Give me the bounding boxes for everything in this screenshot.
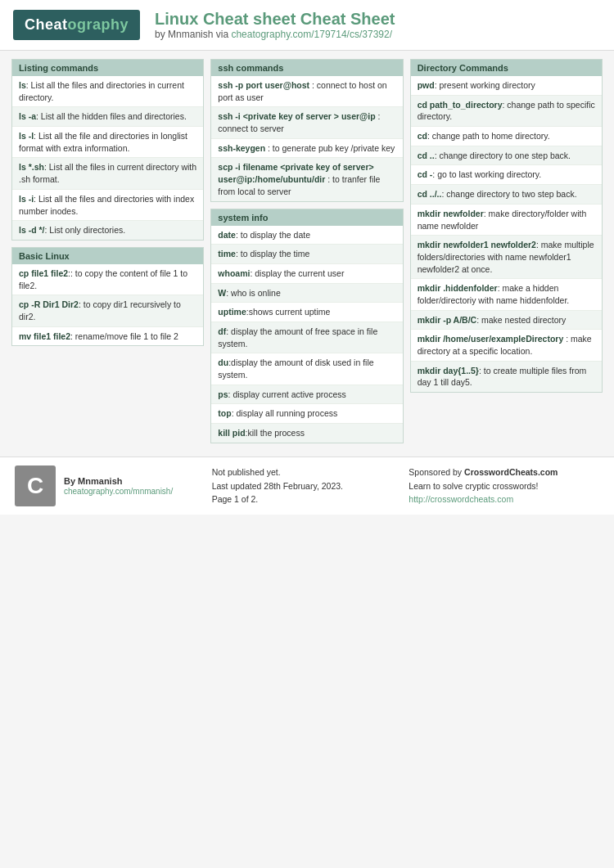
last-updated: Last updated 28th February, 2023. bbox=[212, 479, 403, 493]
list-item: whoami: display the current user bbox=[211, 264, 402, 284]
cmd-bold: time bbox=[218, 249, 236, 259]
cmd-bold: kill pid bbox=[218, 428, 245, 438]
list-item: cd -: go to last working directory. bbox=[411, 165, 602, 185]
list-item: cp file1 file2:: to copy the content of … bbox=[12, 264, 203, 295]
cmd-bold: mkdir newfolder bbox=[418, 209, 484, 218]
list-item: cd ..: change directory to one step back… bbox=[411, 146, 602, 166]
list-item: cd path_to_directory: change path to spe… bbox=[411, 96, 602, 127]
avatar-letter: C bbox=[27, 473, 43, 499]
cmd-bold: du bbox=[218, 358, 228, 367]
cmd-bold: W bbox=[218, 288, 226, 298]
author-info: By Mnmanish cheatography.com/mnmanish/ bbox=[64, 476, 173, 496]
list-item: ls -i: List all the files and directorie… bbox=[12, 190, 203, 221]
section-sysinfo-header: system info bbox=[211, 209, 402, 226]
footer-meta: Not published yet. Last updated 28th Feb… bbox=[209, 465, 406, 506]
sponsor-url: http://crosswordcheats.com bbox=[409, 492, 599, 506]
list-item: mkdir day{1..5}: to create multiple file… bbox=[411, 362, 602, 392]
subtitle-link[interactable]: cheatography.com/179714/cs/37392/ bbox=[231, 29, 392, 40]
list-item: top: display all running process bbox=[211, 404, 402, 424]
avatar: C bbox=[15, 465, 56, 506]
cmd-bold: ls -l bbox=[19, 131, 34, 141]
cmd-bold: top bbox=[218, 408, 231, 418]
list-item: date: to display the date bbox=[211, 226, 402, 245]
list-item: df: display the amount of free space in … bbox=[211, 322, 402, 353]
list-item: du:display the amount of disk used in fi… bbox=[211, 353, 402, 385]
page-title: Linux Cheat sheet Cheat Sheet bbox=[155, 10, 395, 29]
cmd-bold: uptime bbox=[218, 307, 246, 317]
list-item: mkdir newfolder1 newfolder2: make multip… bbox=[411, 236, 602, 279]
cmd-bold: mkdir .hiddenfolder bbox=[418, 283, 498, 293]
section-directory-header: Directory Commands bbox=[411, 60, 602, 76]
cmd-bold: cd .. bbox=[418, 151, 435, 160]
cmd-bold: mkdir day{1..5} bbox=[418, 366, 479, 376]
column-2: ssh commands ssh -p port user@host : con… bbox=[207, 59, 406, 450]
footer-sponsor: Sponsored by CrosswordCheats.com Learn t… bbox=[405, 465, 603, 506]
list-item: cd ../..: change directory to two step b… bbox=[411, 185, 602, 205]
cmd-bold: cp -R Dir1 Dir2 bbox=[19, 299, 79, 309]
author-name: By Mnmanish bbox=[64, 476, 173, 486]
list-item: W: who is online bbox=[211, 284, 402, 304]
header: Cheatography Linux Cheat sheet Cheat She… bbox=[0, 0, 614, 51]
column-3: Directory Commands pwd: present working … bbox=[407, 59, 606, 450]
logo: Cheatography bbox=[13, 10, 140, 40]
author-link[interactable]: cheatography.com/mnmanish/ bbox=[64, 487, 173, 496]
list-item: ssh-keygen : to generate pub key /privat… bbox=[211, 139, 402, 159]
cmd-bold: df bbox=[218, 326, 226, 336]
cmd-bold: cd - bbox=[418, 169, 433, 179]
cmd-bold: ls -d */ bbox=[19, 225, 45, 235]
list-item: mkdir newfolder: make directory/folder w… bbox=[411, 205, 602, 236]
list-item: mkdir -p A/B/C: make nested directory bbox=[411, 311, 602, 331]
cmd-bold: ssh -i <private key of server > user@ip bbox=[218, 111, 375, 121]
list-item: ls -d */: List only directories. bbox=[12, 221, 203, 240]
sponsor-pre: Sponsored by bbox=[409, 467, 464, 477]
section-listing-header: Listing commands bbox=[12, 60, 203, 76]
section-directory: Directory Commands pwd: present working … bbox=[410, 59, 603, 393]
cmd-bold: ssh -p port user@host bbox=[218, 80, 309, 90]
list-item: pwd: present working directory bbox=[411, 76, 602, 96]
page-number: Page 1 of 2. bbox=[212, 492, 403, 506]
cmd-bold: cd path_to_directory bbox=[418, 100, 503, 110]
list-item: cd: change path to home directory. bbox=[411, 127, 602, 146]
cmd-bold: cp file1 file2 bbox=[19, 268, 68, 278]
cmd-bold: cd ../.. bbox=[418, 189, 442, 199]
list-item: ssh -p port user@host : connect to host … bbox=[211, 76, 402, 107]
list-item: ls: List all the files and directories i… bbox=[12, 76, 203, 107]
list-item: cp -R Dir1 Dir2: to copy dir1 recursivel… bbox=[12, 295, 203, 326]
list-item: kill pid:kill the process bbox=[211, 424, 402, 443]
sponsor-line: Sponsored by CrosswordCheats.com bbox=[409, 465, 599, 479]
footer: C By Mnmanish cheatography.com/mnmanish/… bbox=[0, 456, 614, 515]
cmd-bold: ls -a bbox=[19, 111, 36, 121]
cmd-bold: ps bbox=[218, 389, 228, 399]
section-basic-header: Basic Linux bbox=[12, 248, 203, 264]
sponsor-link[interactable]: http://crosswordcheats.com bbox=[409, 494, 513, 504]
subtitle-pre: by Mnmanish via bbox=[155, 29, 231, 40]
section-ssh: ssh commands ssh -p port user@host : con… bbox=[210, 59, 403, 202]
logo-accent: ography bbox=[68, 16, 129, 33]
sponsor-desc: Learn to solve cryptic crosswords! bbox=[409, 479, 599, 493]
cmd-bold: cd bbox=[418, 131, 427, 141]
sponsor-name: CrosswordCheats.com bbox=[464, 467, 558, 477]
list-item: ps: display current active process bbox=[211, 385, 402, 405]
section-directory-body: pwd: present working directory cd path_t… bbox=[411, 76, 602, 392]
cmd-bold: ssh-keygen bbox=[218, 143, 265, 153]
section-sysinfo-body: date: to display the date time: to displ… bbox=[211, 226, 402, 443]
footer-author: C By Mnmanish cheatography.com/mnmanish/ bbox=[11, 465, 209, 506]
cmd-bold: scp -i filename <private key of server> … bbox=[218, 162, 373, 184]
cmd-bold: mv file1 file2 bbox=[19, 331, 70, 341]
list-item: ls -a: List all the hidden files and dir… bbox=[12, 107, 203, 127]
section-listing-body: ls: List all the files and directories i… bbox=[12, 76, 203, 240]
header-title: Linux Cheat sheet Cheat Sheet by Mnmanis… bbox=[155, 10, 395, 40]
section-basic-body: cp file1 file2:: to copy the content of … bbox=[12, 264, 203, 345]
section-listing: Listing commands ls: List all the files … bbox=[11, 59, 204, 241]
list-item: mkdir .hiddenfolder: make a hidden folde… bbox=[411, 279, 602, 310]
list-item: ssh -i <private key of server > user@ip … bbox=[211, 107, 402, 138]
section-ssh-header: ssh commands bbox=[211, 60, 402, 76]
published-status: Not published yet. bbox=[212, 465, 403, 479]
list-item: time: to display the time bbox=[211, 245, 402, 264]
column-1: Listing commands ls: List all the files … bbox=[8, 59, 207, 450]
cmd-bold: ls *.sh bbox=[19, 162, 44, 172]
cmd-bold: mkdir -p A/B/C bbox=[418, 315, 477, 325]
cmd-bold: mkdir /home/user/exampleDirectory bbox=[418, 334, 564, 344]
cmd-bold: ls -i bbox=[19, 194, 34, 204]
section-ssh-body: ssh -p port user@host : connect to host … bbox=[211, 76, 402, 201]
